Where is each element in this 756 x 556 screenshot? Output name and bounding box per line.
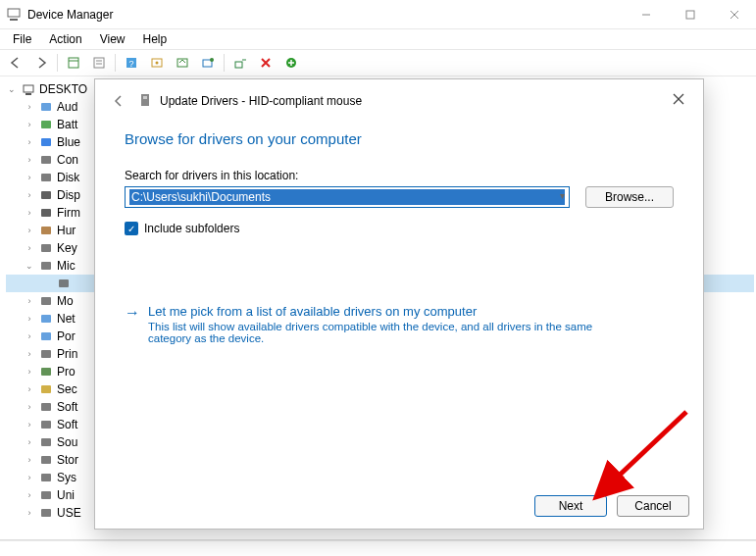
next-button[interactable]: Next — [534, 495, 607, 517]
dialog-close-button[interactable] — [664, 85, 693, 113]
svg-rect-24 — [41, 138, 51, 146]
update-driver-dialog: Update Drivers - HID-compliant mouse Bro… — [94, 78, 704, 530]
svg-rect-30 — [41, 244, 51, 252]
tree-item-label: USE — [57, 506, 81, 520]
expand-icon[interactable]: › — [24, 367, 35, 377]
svg-rect-28 — [41, 209, 51, 217]
scan-icon-2[interactable] — [171, 52, 194, 74]
expand-icon[interactable]: › — [24, 314, 35, 324]
category-icon — [38, 417, 54, 432]
uninstall-icon[interactable] — [228, 52, 252, 74]
svg-rect-42 — [41, 456, 51, 464]
svg-rect-39 — [41, 403, 51, 411]
cancel-button[interactable]: Cancel — [617, 495, 689, 517]
help-icon[interactable]: ? — [120, 52, 143, 74]
expand-icon[interactable]: › — [24, 137, 35, 147]
category-icon — [38, 452, 54, 468]
minimize-button[interactable] — [624, 0, 668, 29]
expand-icon[interactable]: › — [24, 155, 35, 165]
tree-item-label: Mic — [57, 259, 76, 273]
svg-rect-18 — [235, 62, 242, 68]
path-input[interactable] — [129, 189, 565, 205]
titlebar: Device Manager — [0, 0, 756, 29]
svg-rect-25 — [41, 156, 51, 164]
tree-item-label: Disp — [57, 188, 80, 202]
expand-icon[interactable]: › — [24, 173, 35, 182]
svg-rect-40 — [41, 421, 51, 429]
expand-icon[interactable]: ⌄ — [6, 84, 18, 94]
enable-icon[interactable] — [279, 52, 303, 74]
back-icon[interactable] — [4, 52, 27, 74]
category-icon — [38, 223, 54, 238]
dialog-back-button[interactable] — [105, 87, 132, 115]
close-button[interactable] — [712, 0, 756, 29]
show-hidden-icon[interactable] — [62, 52, 85, 74]
svg-text:?: ? — [128, 59, 133, 69]
svg-rect-0 — [8, 9, 20, 17]
tree-item-label: Pro — [57, 365, 76, 379]
expand-icon[interactable]: › — [24, 437, 35, 447]
menu-action[interactable]: Action — [40, 30, 90, 48]
menu-view[interactable]: View — [91, 30, 134, 48]
app-icon — [6, 7, 22, 23]
browse-button[interactable]: Browse... — [585, 186, 674, 208]
category-icon — [38, 346, 54, 362]
category-icon — [38, 399, 54, 415]
expand-icon[interactable]: ⌄ — [24, 261, 35, 271]
expand-icon[interactable]: › — [24, 190, 35, 200]
svg-rect-29 — [41, 227, 51, 234]
svg-rect-47 — [143, 96, 147, 99]
scan-icon-1[interactable] — [145, 52, 169, 74]
menu-file[interactable]: File — [4, 30, 40, 48]
tree-item-label: Blue — [57, 135, 80, 149]
expand-icon[interactable]: › — [24, 331, 35, 341]
include-subfolders-checkbox[interactable]: ✓ — [125, 222, 138, 235]
svg-rect-44 — [41, 491, 51, 499]
menu-help[interactable]: Help — [134, 30, 176, 48]
tree-item-label: Batt — [57, 118, 77, 131]
category-icon — [38, 240, 54, 256]
svg-rect-26 — [41, 174, 51, 181]
svg-rect-20 — [24, 85, 33, 92]
category-icon — [38, 293, 54, 309]
svg-rect-27 — [41, 191, 51, 199]
path-combo[interactable]: ▾ — [125, 186, 570, 208]
tree-item-label: Stor — [57, 453, 78, 467]
expand-icon[interactable]: › — [24, 102, 35, 112]
tree-root-label[interactable]: DESKTO — [39, 82, 87, 96]
expand-icon[interactable]: › — [24, 120, 35, 129]
category-icon — [56, 276, 72, 291]
disable-icon[interactable] — [254, 52, 277, 74]
expand-icon[interactable]: › — [24, 455, 35, 465]
expand-icon[interactable]: › — [24, 208, 35, 218]
expand-icon[interactable]: › — [24, 349, 35, 359]
expand-icon[interactable]: › — [24, 296, 35, 306]
svg-rect-33 — [41, 297, 51, 305]
category-icon — [38, 505, 54, 521]
svg-rect-8 — [94, 58, 104, 68]
expand-icon[interactable]: › — [24, 226, 35, 235]
dialog-title: Update Drivers - HID-compliant mouse — [160, 94, 362, 108]
expand-icon[interactable]: › — [24, 243, 35, 253]
maximize-button[interactable] — [668, 0, 712, 29]
tree-item-label: Prin — [57, 347, 77, 361]
expand-icon[interactable]: › — [24, 402, 35, 412]
toolbar: ? — [0, 49, 756, 76]
category-icon — [38, 205, 54, 221]
expand-icon[interactable]: › — [24, 420, 35, 430]
expand-icon[interactable]: › — [24, 384, 35, 394]
expand-icon[interactable]: › — [24, 473, 35, 482]
tree-item-label: Uni — [57, 488, 75, 502]
forward-icon[interactable] — [29, 52, 53, 74]
svg-rect-43 — [41, 474, 51, 481]
update-driver-icon[interactable] — [196, 52, 220, 74]
expand-icon[interactable]: › — [24, 508, 35, 518]
category-icon — [38, 364, 54, 379]
properties-icon[interactable] — [87, 52, 111, 74]
tree-item-label: Soft — [57, 400, 77, 414]
status-bar — [0, 540, 756, 556]
category-icon — [38, 487, 54, 503]
svg-point-14 — [156, 62, 159, 65]
pick-from-list-link[interactable]: Let me pick from a list of available dri… — [148, 304, 638, 319]
expand-icon[interactable]: › — [24, 490, 35, 500]
